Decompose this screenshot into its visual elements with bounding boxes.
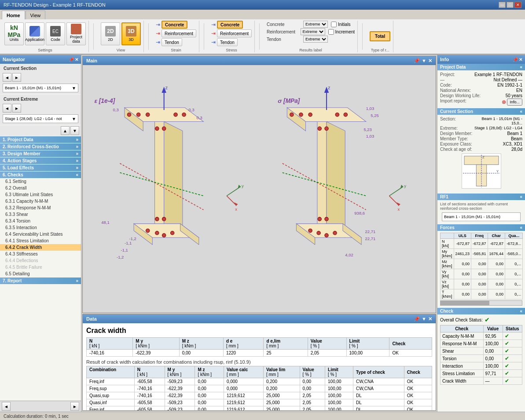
initials-checkbox[interactable] — [331, 22, 337, 27]
concrete-stress-button[interactable]: Concrete — [217, 21, 243, 29]
reinf-rl-select[interactable]: Extreme — [301, 28, 325, 35]
nav-item-stress-lim[interactable]: 6.4.1 Stress Limitation — [0, 237, 81, 244]
project-data-button[interactable]: Project data — [66, 22, 86, 45]
nav-section-load-effects[interactable]: 5. Load Effects » — [0, 164, 81, 171]
data-panel-expand-icon[interactable]: ▼ — [422, 316, 426, 322]
main-layout: Navigator 📌 ✕ Current Section ◄ ► Beam 1… — [0, 55, 525, 412]
reinf-stress-button[interactable]: Reinforcement — [217, 29, 252, 37]
nav-section-checks[interactable]: 6. Checks « — [0, 172, 81, 178]
forces-scrollbar[interactable] — [440, 300, 522, 306]
ribbon-group-type: Total Type of r... — [367, 21, 393, 52]
svg-point-14 — [155, 127, 159, 130]
nav-item-cap-nmm[interactable]: 6.3.1 Capacity N-M-M — [0, 198, 81, 205]
nav-section-design-member[interactable]: 3. Design Member » — [0, 150, 81, 157]
nav-item-resp-nmm[interactable]: 6.3.2 Response N-M-M — [0, 205, 81, 211]
svg-text:22,71: 22,71 — [365, 236, 376, 241]
info-button[interactable]: Info... — [507, 99, 522, 106]
tab-home[interactable]: Home — [2, 11, 25, 19]
nav-item-stiffnesses[interactable]: 6.4.3 Stiffnesses — [0, 251, 81, 257]
check-cell-stress-status: ✔ — [503, 370, 522, 377]
info-pin-icon[interactable]: 📌 — [513, 57, 518, 62]
maximize-button[interactable]: □ — [507, 2, 514, 8]
nav-item-shear[interactable]: 6.3.3 Shear — [0, 211, 81, 218]
data-panel-pin-icon[interactable]: 📌 — [414, 316, 420, 322]
forces-cell-n-qua: -672,8... — [505, 239, 523, 249]
concrete-strain-button[interactable]: Concrete — [162, 21, 187, 29]
rf1-beam-combo[interactable]: Beam 1 - 15,01m (M1 - 15,01m) — [442, 212, 521, 221]
viewport-close-icon[interactable]: ✕ — [428, 58, 432, 64]
extreme-next-button[interactable]: ► — [12, 104, 21, 113]
increment-checkbox[interactable] — [328, 29, 334, 35]
svg-text:x: x — [235, 207, 237, 212]
nav-item-deflections[interactable]: 6.4.4 Deflections — [0, 257, 81, 264]
nav-section-action-expand: » — [76, 158, 78, 163]
nav-bottom-right[interactable]: ► — [70, 402, 79, 411]
svg-text:Z: Z — [482, 155, 484, 159]
svg-point-17 — [162, 217, 165, 221]
info-section-project-header[interactable]: Project Data « — [437, 64, 525, 70]
section-prev-button[interactable]: ◄ — [3, 73, 11, 82]
units-icon: kNMPa — [9, 26, 19, 37]
nav-close-icon[interactable]: ✕ — [75, 57, 78, 62]
current-extreme-combo[interactable]: Stage 1 (28,0d): LG2 - LG4 - not ▼ — [3, 114, 78, 123]
nav-item-setting[interactable]: 6.1 Setting — [0, 178, 81, 185]
viewport-expand-icon[interactable]: ▼ — [422, 58, 426, 64]
cell-n: -605,58 — [134, 406, 165, 411]
3d-button[interactable]: 3D 3D — [121, 22, 141, 45]
current-extreme-value: Stage 1 (28,0d): LG2 - LG4 - not — [5, 117, 62, 121]
forces-cell-n-label: N [kN] — [441, 239, 454, 249]
navigator-header: Navigator 📌 ✕ — [0, 55, 81, 64]
info-check-header[interactable]: Check « — [437, 308, 525, 314]
extreme-prev-button[interactable]: ◄ — [3, 104, 11, 113]
tendon-stress-button[interactable]: Tendon — [217, 38, 238, 46]
cell-my: -509,23 — [165, 378, 195, 385]
nav-item-torsion[interactable]: 6.3.4 Torsion — [0, 218, 81, 224]
current-section-combo[interactable]: Beam 1 - 15,01m (M1 - 15,01m) ▼ — [3, 84, 78, 92]
tendon-strain-button[interactable]: Tendon — [162, 38, 182, 46]
code-button[interactable]: EC Code — [46, 22, 65, 45]
minimize-button[interactable]: — — [499, 2, 506, 8]
forces-th-qua: Qua... — [505, 233, 523, 239]
data-panel-close-icon[interactable]: ✕ — [428, 316, 432, 322]
nav-item-overall[interactable]: 6.2 Overall — [0, 185, 81, 191]
reinf-strain-button[interactable]: Reinforcement — [162, 29, 196, 37]
units-button[interactable]: kNMPa Units — [4, 22, 24, 45]
crack-width-table1: N[ kN ] M y[ kNm ] M z[ kNm ] d e[ mm ] … — [86, 337, 432, 357]
nav-item-sls[interactable]: 6.4 Serviceability Limit States — [0, 231, 81, 237]
nav-item-crack-width[interactable]: 6.4.2 Crack Width — [0, 244, 81, 251]
nav-item-brittle[interactable]: 6.4.5 Brittle Failure — [0, 264, 81, 270]
concrete-rl-select[interactable]: Extreme — [303, 21, 328, 28]
nav-item-detailing[interactable]: 6.5 Detailing — [0, 270, 81, 277]
info-label-nd: — — [440, 77, 444, 82]
nav-item-interaction[interactable]: 6.3.5 Interaction — [0, 224, 81, 231]
viewport-controls: 📌 ▼ ✕ — [414, 58, 432, 64]
info-forces-header[interactable]: Forces « — [437, 224, 525, 231]
nav-down-button[interactable]: ▼ — [70, 126, 79, 135]
viewport-pin-icon[interactable]: 📌 — [414, 58, 420, 64]
info-close-icon[interactable]: ✕ — [519, 57, 522, 62]
info-rf1-header[interactable]: RF1 « — [437, 194, 525, 200]
2d-button[interactable]: 2D 2D — [101, 22, 120, 45]
info-section-cs-header[interactable]: Current Section « — [437, 108, 525, 115]
nav-section-report[interactable]: 7. Report » — [0, 278, 81, 284]
nav-up-button[interactable]: ▲ — [61, 126, 70, 135]
total-button[interactable]: Total — [370, 31, 390, 41]
strain-arrows-1: ⇥ — [156, 22, 160, 28]
forces-cell-my-label: My [kNm] — [441, 249, 454, 259]
svg-text:0,3: 0,3 — [113, 107, 119, 112]
nav-section-action-stages[interactable]: 4. Action Stages » — [0, 157, 81, 164]
tendon-rl-select[interactable]: Extreme — [303, 36, 328, 43]
nav-pin-icon[interactable]: 📌 — [69, 57, 74, 62]
nav-section-project-data[interactable]: 1. Project Data » — [0, 136, 81, 143]
extreme-nav: ◄ ► — [1, 103, 80, 113]
nav-item-uls[interactable]: 6.3 Ultimate Limit States — [0, 191, 81, 198]
tab-view[interactable]: View — [26, 11, 46, 19]
section-next-button[interactable]: ► — [12, 73, 21, 82]
info-forces-title: Forces — [440, 225, 455, 230]
nav-section-reinf-cross[interactable]: 2. Reinforced Cross-Sectio » — [0, 143, 81, 150]
check-cell-respnmm-value: 100,00 — [483, 340, 503, 347]
nav-bottom-left[interactable]: ◄ — [2, 402, 11, 411]
close-button[interactable]: ✕ — [514, 2, 521, 8]
application-button[interactable]: Application — [25, 22, 44, 45]
check-cell-capnmm-value: 92,95 — [483, 332, 503, 340]
